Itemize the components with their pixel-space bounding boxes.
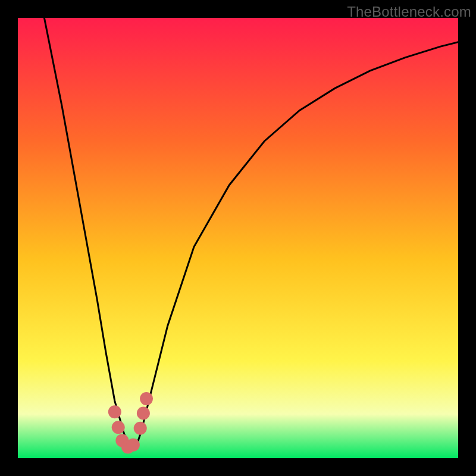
curve-marker (137, 407, 150, 420)
gradient-background (18, 18, 458, 458)
chart-svg (18, 18, 458, 458)
curve-marker (112, 421, 125, 434)
plot-area (18, 18, 458, 458)
watermark-text: TheBottleneck.com (347, 4, 471, 20)
curve-marker (108, 405, 121, 418)
curve-marker (140, 392, 153, 405)
curve-marker (127, 439, 140, 452)
curve-marker (134, 422, 147, 435)
chart-frame: TheBottleneck.com (0, 0, 476, 476)
